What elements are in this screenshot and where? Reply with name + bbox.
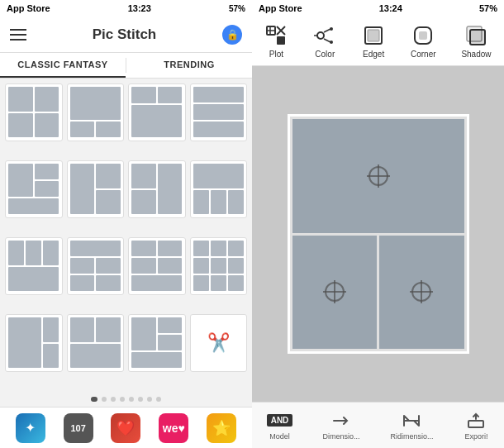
dot-3[interactable] bbox=[111, 397, 116, 402]
corner-icon bbox=[411, 24, 435, 47]
one-o-seven-dock-icon[interactable]: 107 bbox=[64, 413, 93, 443]
layout-item[interactable] bbox=[5, 237, 63, 295]
plot-label: Plot bbox=[269, 50, 283, 59]
and-model-label: Model bbox=[269, 432, 290, 441]
header-left: Pic Stitch 🔒 bbox=[0, 17, 252, 53]
dimensions-label: Dimensio... bbox=[322, 432, 359, 441]
color-label: Color bbox=[315, 50, 335, 59]
status-bar-left: App Store 13:23 57% bbox=[0, 0, 252, 17]
svg-point-6 bbox=[317, 32, 324, 39]
color-icon bbox=[313, 24, 336, 47]
svg-rect-18 bbox=[470, 30, 485, 45]
app-store-label-right: App Store bbox=[259, 3, 302, 13]
dot-2[interactable] bbox=[102, 397, 107, 402]
svg-rect-5 bbox=[277, 36, 285, 45]
dot-6[interactable] bbox=[138, 397, 143, 402]
layout-item[interactable] bbox=[5, 83, 63, 141]
svg-line-7 bbox=[324, 29, 330, 32]
dimensions-icon bbox=[329, 411, 354, 431]
layout-grid: ✂️ bbox=[0, 79, 252, 392]
gold-dock-icon[interactable]: ⭐ bbox=[207, 413, 236, 443]
ridimensions-icon bbox=[399, 411, 424, 431]
plot-icon bbox=[264, 24, 288, 47]
dot-5[interactable] bbox=[129, 397, 134, 402]
crosshair-top bbox=[367, 164, 390, 188]
color-button[interactable]: Color bbox=[307, 21, 343, 62]
status-time-right: 13:24 bbox=[379, 3, 402, 13]
crosshair-bottom-right bbox=[410, 280, 433, 303]
red-dock-icon[interactable]: ❤️ bbox=[111, 413, 140, 443]
svg-point-10 bbox=[330, 41, 333, 44]
export-button[interactable]: Expori! bbox=[460, 407, 492, 444]
edge-icon bbox=[362, 24, 385, 47]
corner-label: Corner bbox=[411, 50, 436, 59]
tabs-left: CLASSIC FANTASY TRENDING bbox=[0, 53, 252, 79]
layout-item[interactable] bbox=[67, 314, 125, 372]
and-model-icon: AND bbox=[267, 411, 292, 431]
scissors-icon: ✂️ bbox=[207, 332, 230, 354]
collage-canvas bbox=[288, 114, 469, 354]
layout-item[interactable] bbox=[67, 160, 125, 218]
corner-button[interactable]: Corner bbox=[404, 21, 443, 62]
lock-icon[interactable]: 🔒 bbox=[222, 25, 242, 45]
collage-cell-bottom-right[interactable] bbox=[379, 236, 464, 350]
collage-cell-bottom-left[interactable] bbox=[292, 236, 378, 350]
layout-item[interactable] bbox=[5, 160, 63, 218]
scissors-area: ✂️ bbox=[207, 332, 230, 354]
pic-stitch-dock-icon[interactable]: ✦ bbox=[16, 413, 45, 443]
edge-label: Edget bbox=[363, 50, 384, 59]
layout-item[interactable] bbox=[190, 237, 248, 295]
bottom-dock-left: ✦ 107 ❤️ we♥ ⭐ bbox=[0, 407, 252, 448]
layout-item[interactable] bbox=[190, 83, 248, 141]
app-title: Pic Stitch bbox=[93, 26, 156, 43]
shadow-button[interactable]: Shadow bbox=[454, 21, 497, 62]
plot-button[interactable]: Plot bbox=[258, 21, 294, 62]
ridimensions-button[interactable]: Ridimensio... bbox=[387, 407, 436, 444]
canvas-area bbox=[252, 66, 504, 402]
layout-item[interactable] bbox=[128, 314, 186, 372]
layout-item[interactable] bbox=[128, 237, 186, 295]
status-icons-left: 57% bbox=[229, 4, 245, 13]
dot-7[interactable] bbox=[147, 397, 152, 402]
and-badge: AND bbox=[267, 414, 293, 427]
export-icon bbox=[464, 411, 488, 431]
dot-8[interactable] bbox=[156, 397, 161, 402]
status-bar-right: App Store 13:24 57% bbox=[252, 0, 504, 17]
export-label: Expori! bbox=[464, 432, 487, 441]
layout-item[interactable] bbox=[5, 314, 63, 372]
svg-rect-13 bbox=[368, 30, 379, 41]
ridimensions-label: Ridimensio... bbox=[390, 432, 433, 441]
pagination-dots bbox=[0, 392, 252, 407]
svg-rect-15 bbox=[419, 31, 427, 40]
layout-item-scissors[interactable]: ✂️ bbox=[190, 314, 248, 372]
shadow-icon bbox=[464, 24, 487, 47]
dimensions-button[interactable]: Dimensio... bbox=[319, 407, 363, 444]
right-panel: App Store 13:24 57% Plot bbox=[252, 0, 504, 448]
battery-label-right: 57% bbox=[479, 3, 497, 13]
layout-item[interactable] bbox=[128, 160, 186, 218]
layout-item[interactable] bbox=[67, 237, 125, 295]
toolbar-right: Plot Color Edg bbox=[252, 17, 504, 66]
hamburger-icon[interactable] bbox=[10, 29, 26, 41]
tab-trending[interactable]: TRENDING bbox=[126, 53, 252, 78]
svg-point-9 bbox=[330, 27, 333, 31]
bottom-toolbar-right: AND Model Dimensio... Ridimensio... bbox=[252, 402, 504, 448]
svg-rect-19 bbox=[468, 421, 483, 427]
and-model-button[interactable]: AND Model bbox=[264, 407, 295, 444]
collage-cell-top[interactable] bbox=[292, 119, 464, 233]
dot-1[interactable] bbox=[91, 397, 97, 402]
layout-item[interactable] bbox=[190, 160, 248, 218]
tab-classic-fantasy[interactable]: CLASSIC FANTASY bbox=[0, 53, 126, 78]
left-panel: App Store 13:23 57% Pic Stitch 🔒 CLASSIC… bbox=[0, 0, 252, 448]
battery-label-left: 57% bbox=[229, 4, 245, 13]
app-store-label-left: App Store bbox=[7, 3, 50, 13]
layout-item[interactable] bbox=[128, 83, 186, 141]
we-heart-it-dock-icon[interactable]: we♥ bbox=[159, 413, 188, 443]
shadow-label: Shadow bbox=[461, 50, 491, 59]
crosshair-bottom-left bbox=[323, 280, 346, 303]
status-time-left: 13:23 bbox=[128, 3, 151, 13]
svg-line-8 bbox=[324, 39, 330, 42]
layout-item[interactable] bbox=[67, 83, 125, 141]
dot-4[interactable] bbox=[120, 397, 125, 402]
edge-button[interactable]: Edget bbox=[355, 21, 392, 62]
